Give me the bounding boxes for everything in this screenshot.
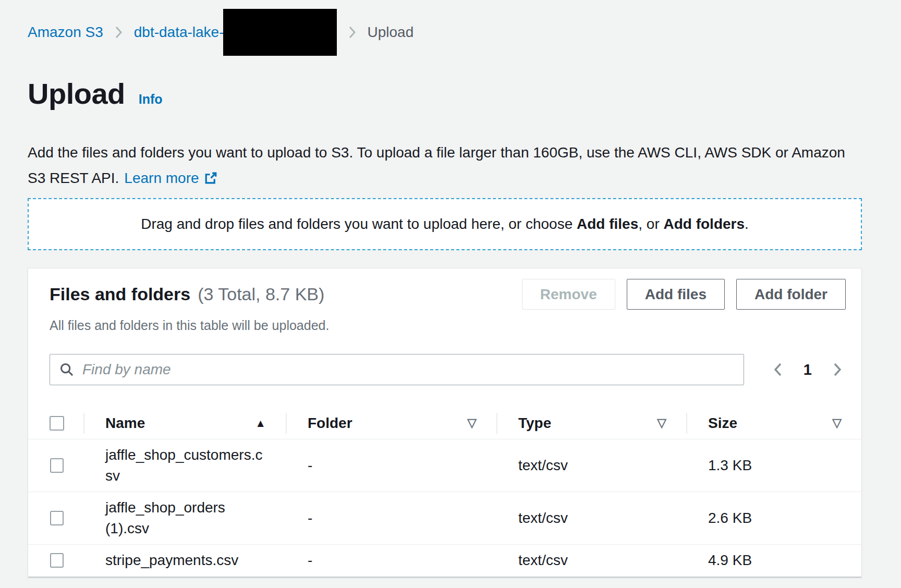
files-table: Name ▲ Folder ▽ Type ▽ Size ▽ <box>28 407 861 577</box>
table-row: jaffle_shop_customers.csv - text/csv 1.3… <box>28 439 861 492</box>
cell-type: text/csv <box>496 439 686 492</box>
chevron-right-icon <box>348 26 356 39</box>
select-all-checkbox[interactable] <box>50 416 64 431</box>
column-header-size[interactable]: Size ▽ <box>686 407 861 439</box>
pagination: 1 <box>771 360 844 379</box>
page-number[interactable]: 1 <box>803 361 812 378</box>
page-content: Amazon S3 dbt-data-lake- Upload Upload I… <box>0 9 901 588</box>
dropzone-text-period: . <box>745 216 749 232</box>
search-icon <box>59 362 74 377</box>
info-link[interactable]: Info <box>139 92 163 107</box>
panel-actions: Remove Add files Add folder <box>522 279 846 310</box>
search-input[interactable] <box>82 361 734 378</box>
panel-title-group: Files and folders (3 Total, 8.7 KB) <box>50 284 324 304</box>
dropzone-text-prefix: Drag and drop files and folders you want… <box>141 216 577 232</box>
page-title: Upload <box>28 77 125 111</box>
external-link-icon <box>204 171 218 185</box>
file-name: jaffle_shop_customers.csv <box>105 445 267 486</box>
cell-size: 1.3 KB <box>686 439 861 492</box>
dropzone-text: Drag and drop files and folders you want… <box>141 216 749 232</box>
cell-folder: - <box>286 545 496 576</box>
panel-subtitle: All files and folders in this table will… <box>50 318 846 333</box>
page-description: Add the files and folders you want to up… <box>28 140 862 191</box>
cell-size: 2.6 KB <box>686 492 861 544</box>
cell-size: 4.9 KB <box>686 545 861 576</box>
panel-title: Files and folders <box>50 284 190 304</box>
chevron-right-icon <box>115 26 123 39</box>
row-select-cell <box>28 439 83 492</box>
redacted-bucket-name <box>223 9 337 56</box>
file-name: jaffle_shop_orders (1).csv <box>105 497 266 539</box>
row-checkbox[interactable] <box>50 511 64 525</box>
add-folder-button[interactable]: Add folder <box>736 279 846 310</box>
row-select-cell <box>28 545 83 576</box>
panel-header: Files and folders (3 Total, 8.7 KB) Remo… <box>28 268 861 333</box>
cell-name: stripe_payments.csv <box>83 545 286 576</box>
next-page-button[interactable] <box>831 360 844 379</box>
sort-ascending-icon: ▲ <box>255 417 266 430</box>
sort-icon: ▽ <box>832 416 842 430</box>
breadcrumb-current: Upload <box>368 24 414 41</box>
sort-icon: ▽ <box>657 416 666 430</box>
column-header-name[interactable]: Name ▲ <box>83 407 286 439</box>
breadcrumb-bucket-link[interactable]: dbt-data-lake- <box>134 24 224 41</box>
row-select-cell <box>28 492 83 544</box>
drag-and-drop-zone[interactable]: Drag and drop files and folders you want… <box>28 198 862 250</box>
column-label-name: Name <box>105 415 145 432</box>
cell-name: jaffle_shop_orders (1).csv <box>83 492 286 544</box>
cell-type: text/csv <box>496 545 686 576</box>
learn-more-label: Learn more <box>124 170 199 186</box>
chevron-right-icon <box>833 362 842 377</box>
search-box <box>50 354 744 385</box>
cell-name: jaffle_shop_customers.csv <box>83 439 286 492</box>
sort-icon: ▽ <box>467 416 477 430</box>
column-label-folder: Folder <box>308 415 352 432</box>
table-header-row: Name ▲ Folder ▽ Type ▽ Size ▽ <box>28 407 861 439</box>
description-line2: S3 REST API. <box>28 170 119 186</box>
breadcrumb-amazon-s3[interactable]: Amazon S3 <box>28 24 103 41</box>
cell-type: text/csv <box>496 492 686 544</box>
table-row: stripe_payments.csv - text/csv 4.9 KB <box>28 545 861 577</box>
search-row: 1 <box>50 354 844 385</box>
chevron-left-icon <box>773 362 783 377</box>
column-header-type[interactable]: Type ▽ <box>496 407 686 439</box>
panel-summary: (3 Total, 8.7 KB) <box>198 284 324 304</box>
description-line1: Add the files and folders you want to up… <box>28 144 845 161</box>
cell-folder: - <box>286 439 496 492</box>
dropzone-add-folders-label: Add folders <box>663 216 745 232</box>
title-line: Upload Info <box>28 77 862 111</box>
dropzone-add-files-label: Add files <box>577 216 638 232</box>
learn-more-link[interactable]: Learn more <box>124 170 217 186</box>
previous-page-button[interactable] <box>771 360 785 379</box>
column-label-type: Type <box>518 415 551 432</box>
select-all-cell <box>28 407 83 439</box>
breadcrumb-bucket: dbt-data-lake- <box>134 9 337 56</box>
files-and-folders-panel: Files and folders (3 Total, 8.7 KB) Remo… <box>28 268 862 577</box>
cell-folder: - <box>286 492 496 544</box>
dropzone-text-separator: , or <box>638 216 663 232</box>
row-checkbox[interactable] <box>50 553 64 568</box>
file-name: stripe_payments.csv <box>105 550 266 571</box>
breadcrumb: Amazon S3 dbt-data-lake- Upload <box>28 9 862 56</box>
add-files-button[interactable]: Add files <box>627 279 725 310</box>
column-header-folder[interactable]: Folder ▽ <box>286 407 496 439</box>
column-label-size: Size <box>708 415 737 432</box>
table-row: jaffle_shop_orders (1).csv - text/csv 2.… <box>28 492 861 545</box>
row-checkbox[interactable] <box>50 458 64 473</box>
remove-button[interactable]: Remove <box>522 279 615 310</box>
